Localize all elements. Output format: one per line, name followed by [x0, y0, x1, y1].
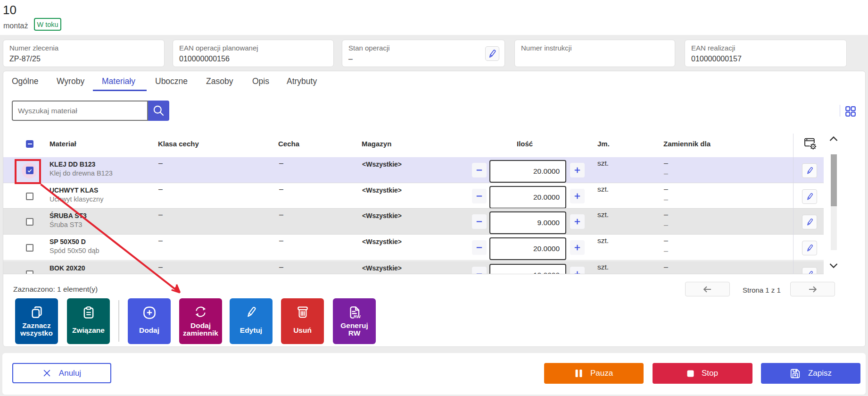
svg-text:RW: RW [353, 314, 360, 319]
